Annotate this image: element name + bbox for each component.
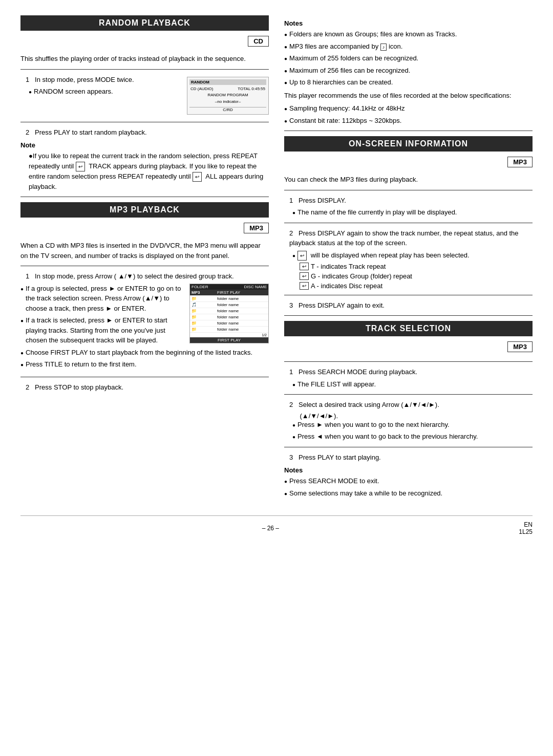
spec-1: Sampling frequency: 44.1kHz or 48kHz xyxy=(284,103,533,114)
mp3-step2-text: Press STOP to stop playback. xyxy=(35,383,123,391)
note-top-5-text: Up to 8 hierarchies can be created. xyxy=(289,77,393,88)
note-top-1-text: Folders are known as Groups; files are k… xyxy=(289,29,457,39)
note-top-2: MP3 files are accompanied by ♪ icon. xyxy=(284,41,533,52)
repeat-g-text: G - indicates Group (folder) repeat xyxy=(311,272,412,280)
track-selection-section: TRACK SELECTION MP3 1 Press SEARCH MODE … xyxy=(284,321,533,498)
track-bullet2-text: Press ► when you want to go to the next … xyxy=(297,420,450,430)
track-badge: MP3 xyxy=(507,341,533,352)
on-screen-bullet1-text: The name of the file currently in play w… xyxy=(297,207,457,218)
track-step2: 2 Select a desired track using Arrow (▲/… xyxy=(289,400,533,410)
track-selection-title: TRACK SELECTION xyxy=(284,321,533,336)
mp3-badge: MP3 xyxy=(244,223,269,233)
on-screen-step1: 1 Press DISPLAY. xyxy=(289,196,533,206)
mp3-playback-section: MP3 PLAYBACK MP3 When a CD with MP3 file… xyxy=(20,202,269,392)
mp3-bullet-2: If a track is selected, press ► or ENTER… xyxy=(20,315,185,345)
fl-row2-col2: folder name xyxy=(217,303,267,307)
on-screen-bullet2-text: ↩ will be displayed when repeat play has… xyxy=(297,250,470,261)
notes-top-section: Notes Folders are known as Groups; files… xyxy=(284,19,533,125)
lang-code: EN xyxy=(519,521,533,528)
mp3-bullet-1: If a group is selected, press ► or ENTER… xyxy=(20,284,185,314)
mp3-bullet4-text: Press TITLE to return to the first item. xyxy=(26,359,137,370)
track-icon: ↩ xyxy=(76,162,85,171)
fl-row-4: 📁 folder name xyxy=(190,314,268,320)
fl-row-2: 🎵 folder name xyxy=(190,302,268,308)
repeat-line-g: ↩ G - indicates Group (folder) repeat xyxy=(300,272,533,280)
bullet-random-screen: RANDOM screen appears. xyxy=(29,87,177,97)
track-notes-label: Notes xyxy=(284,466,533,474)
on-screen-step1-text: Press DISPLAY. xyxy=(299,197,346,204)
repeat-icon-inline: ↩ xyxy=(297,251,307,261)
mp3-playback-title: MP3 PLAYBACK xyxy=(20,202,269,218)
fl-row2-icon: 🎵 xyxy=(192,303,217,307)
on-screen-step2: 2 Press DISPLAY again to show the track … xyxy=(289,228,533,248)
track-bullet3: Press ◄ when you want to go back to the … xyxy=(292,431,533,442)
track-bullet2: Press ► when you want to go to the next … xyxy=(292,420,533,430)
screen-title: RANDOM xyxy=(189,79,266,85)
random-playback-section: RANDOM PLAYBACK CD This shuffles the pla… xyxy=(20,15,269,191)
fl-row3-col2: folder name xyxy=(217,309,267,313)
bullet1-text: RANDOM screen appears. xyxy=(34,87,113,97)
fl-row4-col2: folder name xyxy=(217,315,267,319)
repeat-g-icon: ↩ xyxy=(300,272,309,280)
footer-left xyxy=(20,525,22,532)
fl-footer: FIRST PLAY xyxy=(190,337,268,343)
on-screen-bullet1: The name of the file currently in play w… xyxy=(292,207,533,218)
all-icon: ↩ xyxy=(193,172,202,182)
page-container: RANDOM PLAYBACK CD This shuffles the pla… xyxy=(20,15,533,535)
on-screen-step2-text: Press DISPLAY again to show the track nu… xyxy=(289,229,519,247)
screen-center: RANDOM PROGRAM xyxy=(189,92,266,98)
note-top-4-text: Maximum of 256 files can be recognized. xyxy=(289,66,410,76)
screen-bottom: C/RD xyxy=(189,107,266,112)
track-step1: 1 Press SEARCH MODE during playback. xyxy=(289,367,533,377)
doc-code: 1L25 xyxy=(519,528,533,535)
spec-2: Constant bit rate: 112kbps ~ 320kbps. xyxy=(284,116,533,126)
repeat-a-text: A - indicates Disc repeat xyxy=(311,282,382,290)
note-label: Note xyxy=(20,141,269,149)
divider-5 xyxy=(20,377,269,377)
track-bullet3-text: Press ◄ when you want to go back to the … xyxy=(297,431,478,442)
screen-total: TOTAL 0:45:55 xyxy=(238,87,265,91)
fl-row5-icon: 📁 xyxy=(192,321,217,326)
cd-badge-container: CD xyxy=(20,36,269,51)
divider-12 xyxy=(284,394,533,395)
footer-right: EN 1L25 xyxy=(519,521,533,535)
fl-row3-icon: 📁 xyxy=(192,309,217,313)
fl-header: FOLDER DISC NAME xyxy=(190,284,268,290)
mp3-bullet-4: Press TITLE to return to the first item. xyxy=(20,359,269,370)
fl-row4-icon: 📁 xyxy=(192,315,217,319)
track-bullet1: The FILE LIST will appear. xyxy=(292,379,533,390)
divider-1 xyxy=(20,69,269,70)
step2-num: 2 Press PLAY to start random playback. xyxy=(26,127,269,138)
random-screen: RANDOM CD (AUDIO) TOTAL 0:45:55 RANDOM P… xyxy=(187,77,269,115)
mp3-badge-container: MP3 xyxy=(20,223,269,237)
on-screen-step3-text: Press DISPLAY again to exit. xyxy=(299,301,385,309)
screen-audio: CD (AUDIO) xyxy=(190,87,213,91)
divider-6 xyxy=(284,131,533,131)
repeat-t-icon: ↩ xyxy=(300,263,309,270)
notes-top-label: Notes xyxy=(284,19,533,27)
on-screen-intro: You can check the MP3 files during playb… xyxy=(284,175,533,185)
mp3-step1: 1 In stop mode, press Arrow ( ▲/▼) to se… xyxy=(26,271,269,282)
fl-row-6: 📁 folder name xyxy=(190,327,268,333)
page-number: – 26 – xyxy=(262,525,279,532)
divider-11 xyxy=(284,361,533,362)
track-step3-text: Press PLAY to start playing. xyxy=(299,453,381,461)
fl-row0-col2: FIRST PLAY xyxy=(217,290,267,295)
fl-header-col2: DISC NAME xyxy=(244,285,267,289)
fl-row6-icon: 📁 xyxy=(192,327,217,332)
fl-row-3: 📁 folder name xyxy=(190,308,268,314)
divider-7 xyxy=(284,190,533,190)
mp3-bullet1-text: If a group is selected, press ► or ENTER… xyxy=(26,284,185,314)
step2-text: Press PLAY to start random playback. xyxy=(35,128,146,136)
mp3-bullet2-text: If a track is selected, press ► or ENTER… xyxy=(26,315,185,345)
track-step3: 3 Press PLAY to start playing. xyxy=(289,452,533,463)
fl-row1-icon: 📁 xyxy=(192,296,217,301)
note-top-1: Folders are known as Groups; files are k… xyxy=(284,29,533,39)
step1-text: In stop mode, press MODE twice. xyxy=(35,76,134,83)
main-content: RANDOM PLAYBACK CD This shuffles the pla… xyxy=(20,15,533,500)
on-screen-bullet2: ↩ will be displayed when repeat play has… xyxy=(292,250,533,261)
mp3-step2: 2 Press STOP to stop playback. xyxy=(26,382,269,393)
fl-row-1: 📁 folder name xyxy=(190,296,268,302)
left-column: RANDOM PLAYBACK CD This shuffles the pla… xyxy=(20,15,269,500)
note-top-2-text: MP3 files are accompanied by ♪ icon. xyxy=(289,41,402,52)
